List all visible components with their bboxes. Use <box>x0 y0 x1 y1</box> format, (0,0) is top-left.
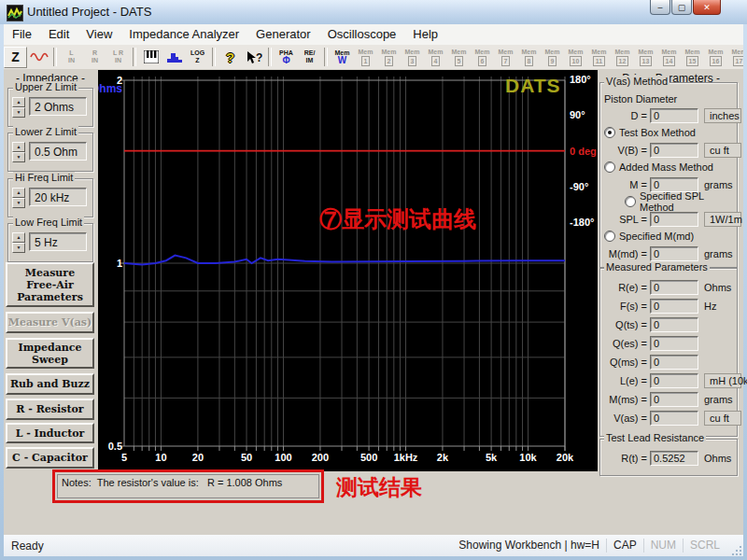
vas-method-label: V(as) Method <box>604 76 669 87</box>
value-field[interactable]: 0 <box>650 411 698 426</box>
measured-row: Q(ms) =0 <box>602 353 735 371</box>
menu-oscilloscope[interactable]: Oscilloscope <box>319 24 405 45</box>
r-resistor-button[interactable]: R - Resistor <box>6 399 94 420</box>
spin-up-button[interactable]: ▲ <box>12 142 25 152</box>
unit-label[interactable]: 1W/1m <box>704 212 741 227</box>
svg-text:0 deg: 0 deg <box>570 146 597 157</box>
value-field[interactable]: 0 <box>650 280 698 295</box>
radio-specified-spl-method[interactable] <box>625 196 636 207</box>
spin-up-button[interactable]: ▲ <box>12 97 25 107</box>
unit-label: Hz <box>704 301 716 312</box>
unit-label[interactable]: cu ft <box>704 143 741 158</box>
svg-text:-90°: -90° <box>570 181 588 192</box>
spin-up-button[interactable]: ▲ <box>12 188 25 198</box>
vas-row: D =0inches <box>602 106 735 124</box>
maximize-button[interactable]: ▢ <box>671 0 692 15</box>
resize-grip[interactable] <box>728 542 741 555</box>
radio-added-mass-method[interactable] <box>604 161 615 173</box>
value-field[interactable]: 0 <box>650 355 698 370</box>
value-field[interactable]: 0 <box>650 108 698 123</box>
measured-parameters-label: Measured Parameters <box>604 261 710 273</box>
sine-generator-button[interactable] <box>27 47 50 68</box>
limit-value-field[interactable]: 5 Hz <box>29 232 87 251</box>
limit-group-label: Lower Z Limit <box>13 126 78 137</box>
value-field[interactable]: 0 <box>650 143 698 158</box>
impedance-sweep-button[interactable]: ImpedanceSweep <box>6 338 94 369</box>
value-field[interactable]: 0 <box>650 246 698 261</box>
value-field[interactable]: 0 <box>650 392 698 407</box>
spin-down-button[interactable]: ▼ <box>12 152 25 162</box>
unit-label[interactable]: mH (10k) <box>704 373 741 388</box>
limit-value-field[interactable]: 0.5 Ohm <box>29 142 87 161</box>
unit-label[interactable]: cu ft <box>704 411 741 426</box>
mem-5-button[interactable]: Mem5 <box>447 47 471 68</box>
limit-group-label: Low Freq Limit <box>13 217 84 228</box>
spin-down-button[interactable]: ▼ <box>12 107 25 118</box>
value-field[interactable]: 0 <box>650 373 698 388</box>
unit-label: Ohms <box>704 453 731 464</box>
svg-text:20: 20 <box>192 452 204 463</box>
status-workbench-text: Showing Workbench | hw=H <box>452 539 606 553</box>
svg-text:0.5: 0.5 <box>108 441 122 452</box>
mem-11-button[interactable]: Mem11 <box>587 47 611 68</box>
piano-tones-button[interactable] <box>139 47 162 68</box>
value-field[interactable]: 0 <box>650 317 698 332</box>
re-im-button[interactable]: RE/IM <box>298 47 321 68</box>
svg-text:10: 10 <box>155 452 166 463</box>
mem-15-button[interactable]: Mem15 <box>681 47 704 68</box>
menu-impedance-analyzer[interactable]: Impedance Analyzer <box>120 24 247 45</box>
value-field[interactable]: 0 <box>650 212 698 227</box>
menu-file[interactable]: File <box>4 24 40 45</box>
piano-keys-icon <box>144 50 159 63</box>
mem-10-button[interactable]: Mem10 <box>564 47 587 68</box>
spin-up-button[interactable]: ▲ <box>12 232 25 243</box>
mem-2-button[interactable]: Mem2 <box>377 47 401 68</box>
unit-label[interactable]: inches <box>704 108 741 123</box>
measure-free-air-button[interactable]: MeasureFree-AirParameters <box>6 262 94 307</box>
phase-button[interactable]: PHAΦ <box>275 47 298 68</box>
menu-view[interactable]: View <box>78 24 120 45</box>
spin-down-button[interactable]: ▼ <box>12 198 25 208</box>
log-z-button[interactable]: LOGZ <box>186 47 209 68</box>
mem-14-button[interactable]: Mem14 <box>657 47 681 68</box>
mem-12-button[interactable]: Mem12 <box>611 47 634 68</box>
value-field[interactable]: 0.5252 <box>650 451 698 466</box>
impedance-z-button[interactable]: Z <box>4 47 27 68</box>
mem-1-button[interactable]: Mem1 <box>354 47 377 68</box>
minimize-button[interactable]: – <box>650 0 670 15</box>
mem-16-button[interactable]: Mem16 <box>704 47 727 68</box>
menu-help[interactable]: Help <box>404 24 446 45</box>
value-field[interactable]: 0 <box>650 336 698 351</box>
close-button[interactable]: ✕ <box>693 0 721 15</box>
radio-label: Test Box Method <box>619 127 696 138</box>
context-help-button[interactable]: ? <box>242 47 265 68</box>
limit-value-field[interactable]: 20 kHz <box>29 188 87 206</box>
mem-6-button[interactable]: Mem6 <box>471 47 494 68</box>
rub-and-buzz-button[interactable]: Rub and Buzz <box>6 373 94 395</box>
mem-7-button[interactable]: Mem7 <box>494 47 517 68</box>
mem-17-button[interactable]: Mem17 <box>727 47 743 68</box>
l-inductor-button[interactable]: L - Inductor <box>6 423 94 443</box>
mem-workbench-button[interactable]: MemW <box>331 47 354 68</box>
radio-specified-m-md-[interactable] <box>604 231 615 242</box>
test-lead-resistance-group: Test Lead Resistance R(t) =0.5252Ohms <box>599 439 738 476</box>
limit-value-field[interactable]: 2 Ohms <box>29 97 87 116</box>
mem-8-button[interactable]: Mem8 <box>517 47 541 68</box>
mem-13-button[interactable]: Mem13 <box>634 47 657 68</box>
stereo-input-button[interactable]: L RIN <box>106 47 130 68</box>
right-input-button[interactable]: RIN <box>83 47 106 68</box>
menu-edit[interactable]: Edit <box>40 24 78 45</box>
mem-3-button[interactable]: Mem3 <box>401 47 424 68</box>
help-button[interactable]: ? <box>218 47 242 68</box>
field-label: L(e) = <box>602 375 647 386</box>
histogram-button[interactable] <box>162 47 186 68</box>
menu-generator[interactable]: Generator <box>247 24 319 45</box>
spin-down-button[interactable]: ▼ <box>12 243 25 253</box>
radio-test-box-method[interactable] <box>604 127 615 138</box>
left-input-button[interactable]: LIN <box>60 47 83 68</box>
notes-field[interactable]: Notes: The resistor's value is: R = 1.00… <box>57 474 319 498</box>
value-field[interactable]: 0 <box>650 299 698 314</box>
mem-4-button[interactable]: Mem4 <box>424 47 447 68</box>
mem-9-button[interactable]: Mem9 <box>541 47 564 68</box>
c-capacitor-button[interactable]: C - Capacitor <box>6 447 94 469</box>
